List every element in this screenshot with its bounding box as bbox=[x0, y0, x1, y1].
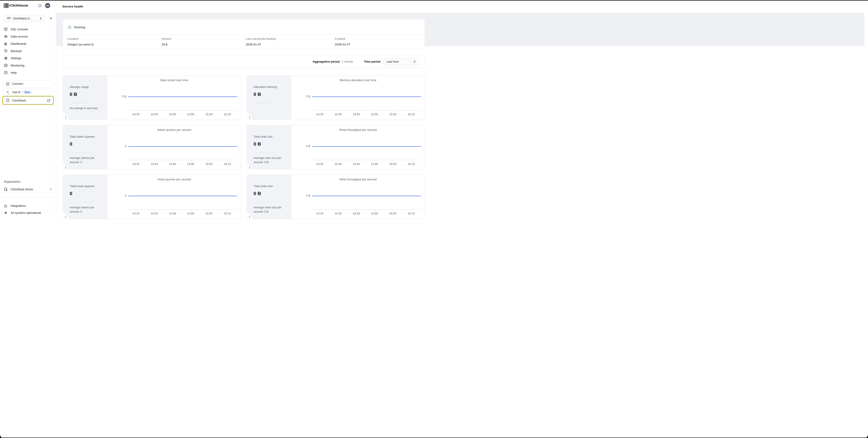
sidebar-item-label: Monitoring bbox=[11, 64, 24, 67]
stat-value: 0 bbox=[70, 191, 72, 196]
notifications-bell-icon[interactable] bbox=[37, 3, 42, 8]
x-tick-label: 15:00 bbox=[205, 212, 212, 215]
stat-divider bbox=[70, 202, 93, 202]
stat-label: Allocated memory bbox=[253, 85, 277, 89]
sidebar-item-settings[interactable]: Settings bbox=[0, 55, 56, 62]
stat-panel: Allocated memory 0 B bbox=[247, 76, 291, 120]
field-value: Oregon (us-west-2) bbox=[67, 43, 94, 46]
x-axis-line bbox=[312, 209, 421, 210]
sidebar-divider bbox=[0, 197, 56, 197]
info-icon[interactable]: i bbox=[249, 215, 250, 218]
x-tick-label: 14:40 bbox=[353, 163, 360, 166]
info-icon[interactable]: i bbox=[65, 215, 66, 218]
x-tick-label: 15:10 bbox=[224, 212, 231, 215]
aggregation-period-label: Aggregation period bbox=[313, 60, 340, 63]
chart-title: Memory allocation over time bbox=[291, 78, 425, 82]
clickstack-highlight-ring: ClickStack bbox=[2, 96, 54, 105]
stat-divider bbox=[253, 103, 276, 103]
status-text: Running bbox=[74, 26, 85, 29]
sidebar-item-data-sources[interactable]: Data sources bbox=[0, 33, 56, 40]
x-axis-line bbox=[128, 209, 237, 210]
stat-label: Storage usage bbox=[70, 85, 89, 89]
x-tick-label: 14:30 bbox=[335, 212, 341, 215]
field-value: 25.8 bbox=[161, 43, 171, 46]
user-avatar[interactable]: DT bbox=[45, 3, 50, 8]
x-tick-label: 15:00 bbox=[389, 212, 396, 215]
sidebar: ClickHouse DT aws ClickStack D... + bbox=[0, 0, 56, 219]
sidebar-item-label: Help bbox=[11, 71, 17, 74]
sidebar-item-sql-console[interactable]: SQL Console bbox=[0, 26, 56, 33]
info-icon[interactable]: i bbox=[249, 116, 250, 119]
x-tick-label: 14:50 bbox=[371, 212, 378, 215]
service-selector-label: ClickStack D... bbox=[13, 17, 39, 20]
info-icon[interactable]: i bbox=[65, 166, 66, 169]
x-tick-label: 14:20 bbox=[316, 163, 323, 166]
x-tick-label: 15:00 bbox=[389, 163, 396, 166]
ask-ai-button[interactable]: Ask AI Beta bbox=[3, 89, 53, 96]
stat-panel: Total select queries 0 Average selects p… bbox=[63, 126, 107, 169]
connect-icon bbox=[6, 82, 9, 86]
stat-value: 0 bbox=[70, 141, 72, 147]
chart-card-allocated-memory: Allocated memory 0 B i Memory allocation… bbox=[247, 75, 425, 120]
y-axis-label: 0 B bbox=[291, 194, 310, 197]
y-axis-label: 0 bbox=[107, 194, 126, 197]
clickstack-button[interactable]: ClickStack bbox=[3, 96, 53, 104]
line-chart: Select queries per second 0 14:20 14:30 … bbox=[107, 126, 241, 169]
info-icon[interactable]: i bbox=[65, 116, 66, 119]
connect-button[interactable]: Connect bbox=[3, 80, 53, 87]
sidebar-item-monitoring[interactable]: Monitoring bbox=[0, 62, 56, 69]
x-tick-label: 14:40 bbox=[169, 163, 176, 166]
stat-label: Total insert queries bbox=[70, 184, 94, 188]
x-tick-label: 15:10 bbox=[407, 113, 414, 116]
y-axis-label: 0 B bbox=[291, 95, 310, 98]
stat-divider bbox=[253, 202, 276, 202]
add-service-button[interactable]: + bbox=[48, 15, 54, 22]
sidebar-item-help[interactable]: ? Help bbox=[0, 69, 56, 76]
time-period-select[interactable]: Last hour bbox=[383, 58, 418, 65]
status-card-divider bbox=[63, 34, 425, 35]
service-selector[interactable]: aws ClickStack D... bbox=[4, 15, 45, 22]
sidebar-item-dashboards[interactable]: Dashboards bbox=[0, 40, 56, 47]
clickhouse-logo-icon bbox=[4, 3, 9, 8]
stat-divider bbox=[253, 153, 276, 153]
line-chart: Insert queries per second 0 14:20 14:30 … bbox=[107, 175, 241, 219]
x-tick-label: 15:00 bbox=[389, 113, 396, 116]
x-tick-label: 14:50 bbox=[371, 163, 378, 166]
chart-title: Read throughput per second bbox=[291, 128, 425, 132]
x-tick-label: 14:40 bbox=[169, 212, 176, 215]
stat-note: Average selects per second: 0 bbox=[70, 156, 101, 165]
stat-panel: Total insert queries 0 Average inserts p… bbox=[63, 175, 107, 219]
chart-card-storage-usage: Storage usage 0 B No change in last hour… bbox=[63, 75, 241, 120]
chevron-right-icon bbox=[50, 188, 53, 191]
series-line bbox=[128, 196, 237, 196]
clickstack-label: ClickStack bbox=[12, 99, 26, 102]
sidebar-item-backups[interactable]: Backups bbox=[0, 47, 56, 55]
x-tick-label: 14:40 bbox=[353, 212, 360, 215]
info-icon[interactable]: i bbox=[249, 166, 250, 169]
x-tick-label: 14:50 bbox=[371, 113, 378, 116]
chevron-updown-icon bbox=[39, 17, 42, 20]
time-period-value: Last hour bbox=[386, 60, 413, 63]
stat-value: 0 B bbox=[253, 92, 261, 97]
x-tick-label: 14:30 bbox=[335, 113, 341, 116]
x-tick-label: 14:30 bbox=[151, 212, 158, 215]
chart-title: Select queries per second bbox=[107, 128, 241, 132]
x-tick-label: 14:20 bbox=[316, 113, 323, 116]
x-axis-line bbox=[128, 160, 237, 160]
integrations-link[interactable]: Integrations bbox=[0, 202, 56, 209]
external-link-icon bbox=[47, 99, 51, 102]
x-tick-label: 15:00 bbox=[205, 113, 212, 116]
y-axis-label: 0 B bbox=[107, 95, 126, 98]
chart-title: Data stored over time bbox=[107, 78, 241, 82]
chart-title: Insert queries per second bbox=[107, 178, 241, 181]
organization-selector[interactable]: ClickStack Demo bbox=[0, 186, 56, 193]
field-label: Created bbox=[335, 37, 350, 40]
data-sources-icon bbox=[4, 35, 8, 38]
field-label: Location bbox=[67, 37, 94, 40]
organization-name: ClickStack Demo bbox=[11, 188, 50, 191]
system-status-link[interactable]: All systems operational bbox=[0, 209, 56, 216]
stat-label: Total select queries bbox=[70, 135, 95, 138]
series-line bbox=[312, 146, 421, 147]
integrations-puzzle-icon bbox=[4, 204, 8, 208]
clickstack-icon bbox=[6, 99, 9, 102]
